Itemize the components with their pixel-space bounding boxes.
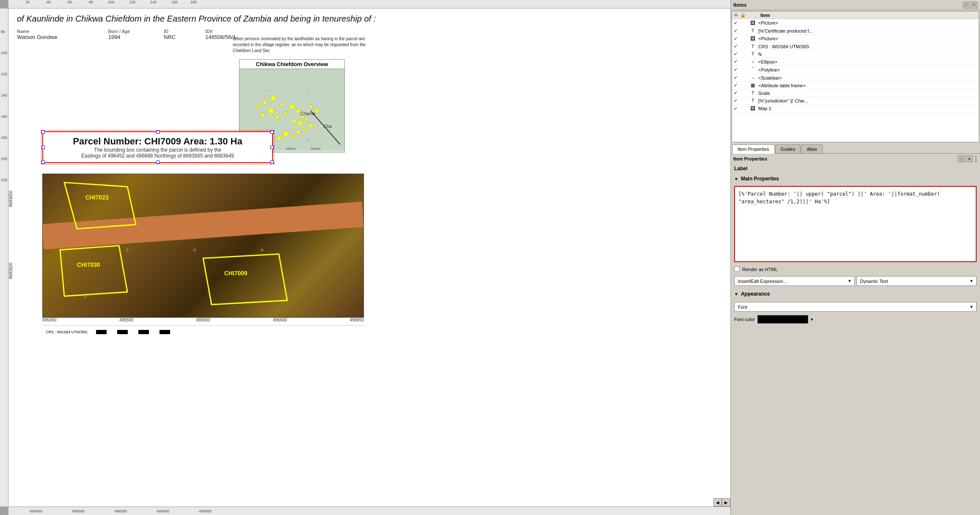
svg-point-14 (309, 124, 313, 128)
items-list-header: 👁 🔒 Item (732, 11, 979, 19)
coord-496600: 496600 (273, 318, 287, 322)
handle-bottom-right[interactable] (270, 161, 274, 164)
ruler-mark: 80 (89, 0, 93, 4)
insert-edit-button[interactable]: Insert/Edit Expression... ▾ (734, 276, 855, 286)
handle-mid-left[interactable] (41, 146, 45, 149)
item-check-3[interactable]: ✓ (734, 36, 740, 42)
item-check-9[interactable]: ✓ (734, 83, 740, 88)
svg-point-7 (284, 111, 287, 115)
svg-point-21 (315, 109, 319, 113)
list-item[interactable]: ✓ ⌒ <Polyline> (732, 66, 979, 74)
item-label-1: <Picture> (758, 20, 977, 25)
list-item[interactable]: ✓ 🖼 <Picture> (732, 35, 979, 43)
items-list[interactable]: 👁 🔒 Item ✓ 🖼 <Picture> ✓ T [%'Certificat… (732, 11, 979, 142)
list-item[interactable]: ✓ T N (732, 50, 979, 58)
panel-controls[interactable]: □ × (963, 2, 977, 8)
list-item[interactable]: ✓ --- <Scalebar> (732, 74, 979, 82)
ip-close-btn[interactable]: × (966, 155, 973, 162)
list-item[interactable]: ✓ 🖼 Map 1 (732, 105, 979, 113)
scroll-right-btn[interactable]: ▶ (722, 498, 730, 507)
scroll-left-btn[interactable]: ◀ (713, 498, 722, 507)
handle-mid-right[interactable] (270, 146, 274, 149)
ruler-mark: 140 (1, 93, 7, 97)
list-item[interactable]: ✓ T [%'Certificate produced f... (732, 27, 979, 35)
canvas-area: 20 40 60 80 100 120 140 160 180 80 100 1… (0, 0, 730, 515)
dynamic-text-dropdown-icon[interactable]: ▾ (970, 278, 973, 284)
handle-bottom-left[interactable] (41, 161, 45, 164)
ruler-mark: 160 (1, 114, 7, 119)
tab-guides[interactable]: Guides (775, 144, 801, 153)
svg-point-20 (309, 105, 313, 108)
born-value: 1994 (108, 34, 130, 40)
item-check-10[interactable]: ✓ (734, 90, 740, 96)
handle-top-left[interactable] (41, 130, 45, 134)
list-item[interactable]: ✓ T CRS : WGS84 UTM/36S (732, 43, 979, 50)
item-check-2[interactable]: ✓ (734, 28, 740, 33)
dynamic-text-button[interactable]: Dynamic Text ▾ (856, 276, 977, 286)
ruler-mark-b2: 496500 (72, 509, 85, 513)
svg-text:+: + (307, 87, 310, 93)
ip-extra-btn[interactable]: ⋮ (974, 155, 977, 162)
list-item[interactable]: ✓ ○ <Ellipse> (732, 58, 979, 66)
panel-minimize-btn[interactable]: □ (963, 2, 969, 8)
item-check-11[interactable]: ✓ (734, 98, 740, 103)
item-icon-6: ○ (749, 59, 757, 64)
font-dropdown-icon[interactable]: ▾ (970, 304, 973, 310)
collapse-icon[interactable]: ▼ (734, 177, 738, 181)
list-item[interactable]: ✓ ▦ <Attribute table frame> (732, 82, 979, 89)
handle-top-right[interactable] (270, 130, 274, 134)
item-check-7[interactable]: ✓ (734, 67, 740, 72)
parcel-textbox[interactable]: Parcel Number: CHI7009 Area: 1.30 Ha The… (42, 131, 273, 163)
id-field: ID NRC (164, 29, 176, 40)
list-item[interactable]: ✓ T Scale (732, 89, 979, 97)
svg-point-12 (298, 121, 303, 126)
parcel-subtitle: The bounding box containing the parcel i… (94, 147, 221, 153)
scroll-arrows[interactable]: ◀ ▶ (713, 498, 730, 507)
item-icon-2: T (749, 28, 757, 33)
ip-minimize-btn[interactable]: □ (958, 155, 965, 162)
tab-atlas[interactable]: Atlas (801, 144, 822, 153)
ruler-mark-b1: 496450 (30, 509, 42, 513)
item-label-2: [%'Certificate produced f... (758, 28, 977, 33)
other-persons-text: Other persons nominated by the landholde… (233, 36, 377, 54)
born-field: Born / Age 1994 (108, 29, 130, 40)
item-check-5[interactable]: ✓ (734, 51, 740, 57)
svg-point-8 (289, 104, 295, 109)
header-text-line1: of Kaunlinde in Chikwa Chiefdom in the E… (17, 13, 722, 25)
insert-dropdown-icon[interactable]: ▾ (848, 278, 851, 284)
parcel-title: Parcel Number: CHI7009 Area: 1.30 Ha (73, 136, 242, 147)
render-html-label: Render as HTML (742, 267, 778, 272)
handle-top-mid[interactable] (156, 130, 160, 134)
expression-box[interactable]: [%'Parcel Number: '|| upper( "parcel") |… (734, 186, 977, 262)
svg-point-2 (263, 100, 267, 105)
born-label: Born / Age (108, 29, 130, 34)
name-value: Watson Gondwe (17, 34, 58, 40)
font-color-dropdown[interactable]: ▾ (811, 317, 813, 322)
svg-text:498000: 498000 (286, 147, 295, 150)
panel-close-btn[interactable]: × (971, 2, 977, 8)
item-icon-9: ▦ (749, 83, 757, 88)
appearance-collapse-icon[interactable]: ▼ (734, 292, 738, 296)
svg-text:+: + (307, 138, 310, 144)
svg-text:CHI7009: CHI7009 (224, 270, 248, 277)
tab-item-properties[interactable]: Item Properties (732, 144, 775, 154)
item-check-1[interactable]: ✓ (734, 20, 740, 26)
font-select[interactable]: Font ▾ (734, 302, 977, 312)
list-item[interactable]: ✓ 🖼 <Picture> (732, 19, 979, 27)
item-check-8[interactable]: ✓ (734, 75, 740, 80)
list-item[interactable]: ✓ T [%"jurisdiction" ||' Chie... (732, 97, 979, 105)
font-color-swatch[interactable] (757, 315, 808, 324)
svg-point-19 (277, 136, 281, 140)
item-icon-4: T (749, 44, 757, 49)
svg-point-16 (296, 130, 300, 134)
item-check-12[interactable]: ✓ (734, 106, 740, 111)
ip-panel-controls[interactable]: □ × ⋮ (958, 155, 977, 162)
left-coord-2: 8683600 (8, 263, 13, 279)
render-html-checkbox[interactable] (734, 266, 740, 272)
handle-bottom-mid[interactable] (156, 161, 160, 164)
item-check-4[interactable]: ✓ (734, 44, 740, 49)
ruler-mark: 200 (1, 157, 7, 161)
item-properties-panel: Item Properties □ × ⋮ Label ▼ Main Prope… (731, 154, 980, 515)
aerial-map: CHI7023 CHI7030 CHI7009 (42, 174, 364, 318)
item-check-6[interactable]: ✓ (734, 59, 740, 64)
